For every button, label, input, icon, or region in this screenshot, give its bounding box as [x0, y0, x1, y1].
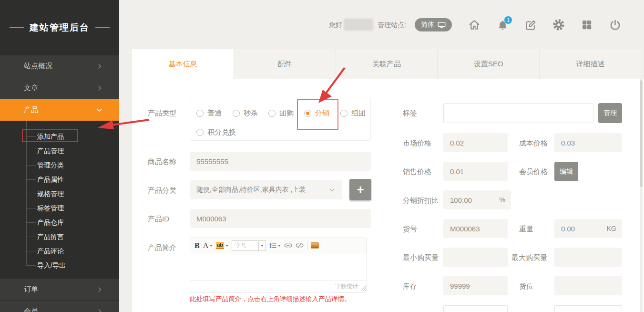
tags-input[interactable]	[443, 103, 593, 123]
power-icon[interactable]	[609, 19, 621, 31]
category-value: 随便,全部商品,特价区,家具内衣 ,上装	[196, 186, 306, 194]
tab-accessories[interactable]: 配件	[234, 49, 336, 79]
radio-points-exchange[interactable]: 积分兑换	[196, 128, 236, 137]
sidebar-item-site-overview[interactable]: 站点概况	[0, 55, 119, 77]
unlink-icon[interactable]	[296, 242, 304, 249]
scrollbar-thumb[interactable]	[640, 80, 643, 187]
sidebar-item-members[interactable]: 会员	[0, 300, 119, 312]
edit-icon[interactable]	[524, 19, 537, 31]
caret-down-icon	[278, 245, 281, 247]
censored-username	[345, 20, 372, 30]
app-logo: 建站管理后台	[0, 0, 119, 55]
submenu-item-product-attributes[interactable]: 产品属性	[0, 172, 119, 187]
sidebar-item-label: 文章	[24, 83, 38, 93]
chevron-right-icon	[96, 286, 103, 293]
distribution-ratio-input[interactable]: 100.00 %	[443, 190, 511, 209]
submenu-item-category-management[interactable]: 管理分类	[0, 158, 119, 172]
edit-member-price-button[interactable]: 编辑	[554, 162, 578, 181]
font-size-placeholder: 字号	[232, 241, 258, 250]
notification-badge: 1	[504, 16, 512, 24]
bell-icon[interactable]: 1	[496, 19, 509, 31]
sidebar-item-orders[interactable]: 订单	[0, 278, 119, 300]
member-price-label: 会员价格	[519, 167, 548, 177]
product-id-label: 产品ID	[148, 215, 169, 224]
tab-seo-settings[interactable]: 设置SEO	[437, 49, 539, 79]
radio-group-buy[interactable]: 团购	[268, 109, 294, 118]
radio-flash-sale[interactable]: 秒杀	[233, 109, 258, 118]
product-id-input[interactable]: M000063	[190, 209, 371, 228]
max-purchase-input[interactable]	[554, 248, 622, 267]
weight-value: 0.00	[561, 225, 575, 233]
product-name-label: 商品名称	[148, 157, 176, 166]
cost-price-label: 成本价格	[519, 139, 548, 148]
product-intro-label: 产品简介	[148, 243, 176, 252]
submenu-item-product-management[interactable]: 产品管理	[0, 144, 119, 158]
kg-suffix: KG	[607, 225, 616, 232]
tab-related-products[interactable]: 关联产品	[336, 49, 438, 79]
cost-price-input[interactable]: 0.03	[554, 133, 622, 152]
min-purchase-input[interactable]	[443, 248, 508, 267]
toolbar-separator	[307, 241, 307, 250]
chevron-down-icon	[96, 106, 103, 114]
font-size-select[interactable]: 字号	[232, 240, 266, 251]
stock-input[interactable]: 99999	[443, 276, 508, 295]
submenu-item-add-product[interactable]: 添加产品	[0, 129, 119, 144]
product-type-label: 产品类型	[148, 109, 176, 118]
radio-distribution[interactable]: 分销	[304, 109, 329, 118]
editor-content-area[interactable]	[190, 253, 367, 281]
sidebar-item-articles[interactable]: 文章	[0, 77, 119, 99]
radio-team-buy[interactable]: 组团	[340, 109, 366, 118]
radio-normal[interactable]: 普通	[196, 109, 222, 118]
insert-image-button[interactable]	[311, 242, 319, 249]
logo-dash-left	[10, 27, 24, 28]
sidebar-item-label: 站点概况	[24, 62, 52, 71]
radio-label: 分销	[315, 109, 329, 118]
tab-detailed-description[interactable]: 详细描述	[539, 49, 641, 79]
manage-tags-button[interactable]: 管理	[598, 103, 622, 123]
add-category-button[interactable]: +	[349, 179, 371, 200]
radio-label: 积分兑换	[207, 128, 236, 137]
sidebar-item-label: 产品	[24, 105, 38, 114]
item-no-input[interactable]: M000063	[443, 219, 508, 238]
bold-button[interactable]: B	[194, 241, 200, 250]
submenu-item-product-warehouse[interactable]: 产品仓库	[0, 215, 119, 229]
caret-down-icon	[225, 245, 228, 247]
sidebar-item-products[interactable]: 产品	[0, 99, 119, 121]
submenu-item-product-reviews[interactable]: 产品评论	[0, 244, 119, 258]
product-category-select[interactable]: 随便,全部商品,特价区,家具内衣 ,上装	[190, 180, 342, 199]
caret-down-icon	[210, 245, 213, 247]
link-icon[interactable]	[284, 242, 292, 249]
apps-icon[interactable]	[581, 19, 593, 31]
gear-icon[interactable]	[552, 19, 565, 31]
product-name-input[interactable]: 55555555	[190, 152, 371, 171]
tab-basic-info[interactable]: 基本信息	[132, 49, 234, 79]
radio-circle	[304, 110, 311, 117]
radio-label: 团购	[279, 109, 294, 118]
radio-circle	[196, 129, 204, 136]
language-switch-button[interactable]: 简体	[415, 18, 452, 31]
header-icon-bar: 1	[468, 18, 621, 31]
radio-circle	[233, 110, 240, 117]
manage-site-label: 管理站点:	[378, 21, 406, 30]
radio-label: 普通	[207, 109, 222, 118]
min-purchase-label: 最小购买量	[403, 253, 439, 262]
resize-grip[interactable]	[360, 286, 366, 291]
submenu-item-tag-management[interactable]: 标签管理	[0, 201, 119, 215]
next-row-input-partial[interactable]	[554, 305, 622, 312]
sale-price-input[interactable]: 0.01	[443, 162, 508, 181]
next-row-input-partial[interactable]	[443, 305, 508, 312]
product-category-label: 产品分类	[148, 186, 176, 195]
sidebar-item-label: 会员	[24, 307, 38, 312]
market-price-input[interactable]: 0.02	[443, 133, 508, 152]
tags-label: 标签	[403, 109, 417, 118]
caret-down-icon	[258, 241, 266, 250]
submenu-item-import-export[interactable]: 导入/导出	[0, 258, 119, 272]
location-input[interactable]	[554, 276, 622, 295]
submenu-item-spec-management[interactable]: 规格管理	[0, 187, 119, 201]
home-icon[interactable]	[468, 19, 480, 31]
line-height-button[interactable]	[269, 242, 281, 249]
submenu-item-product-messages[interactable]: 产品留言	[0, 229, 119, 244]
weight-input[interactable]: 0.00 KG	[554, 219, 622, 238]
highlight-button[interactable]: ab	[216, 242, 228, 249]
font-color-button[interactable]: A	[203, 241, 213, 250]
